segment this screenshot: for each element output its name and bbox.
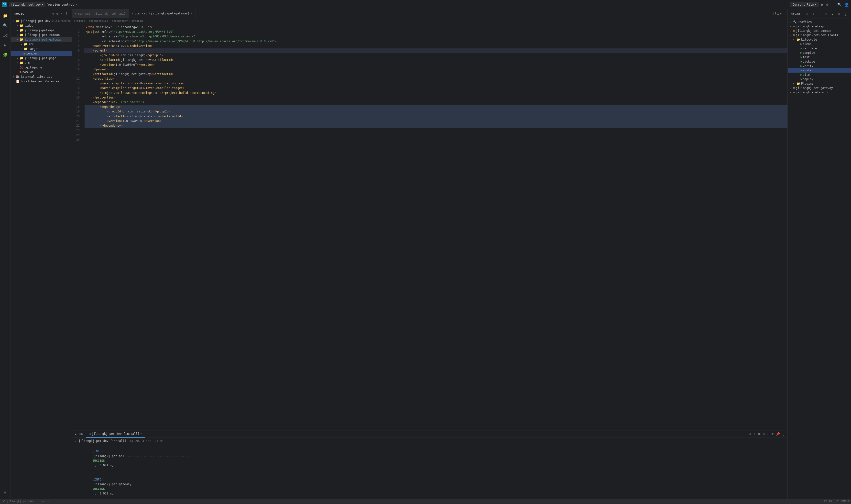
tab-install[interactable]: m jiliangkj-pet-dev [install] × <box>86 430 145 438</box>
maven-item-gateway-m[interactable]: ▶ m jiliangkj-pet-gateway <box>788 86 851 90</box>
run-tab-icon: ▶ <box>75 432 76 436</box>
pojo-label: jiliangkj-pet-pojo <box>24 56 56 60</box>
profiles-icon: 🔧 <box>793 20 797 24</box>
tab-run[interactable]: ▶ Run <box>72 430 86 438</box>
maven-item-pojo-m[interactable]: ▶ m jiliangkj-pet-pojo <box>788 90 851 95</box>
version-control-arrow: ▾ <box>76 3 77 6</box>
pin-icon[interactable]: 📌 <box>776 432 780 436</box>
version-control-label[interactable]: Version control <box>48 3 74 6</box>
app-icon: JD <box>2 2 7 7</box>
breadcrumb-project[interactable]: project <box>74 19 85 22</box>
current-file-button[interactable]: Current File ▾ <box>790 2 819 7</box>
run-icon[interactable]: ▶ <box>821 2 824 7</box>
stop-icon[interactable]: ⏹ <box>757 432 762 436</box>
install-tab-close-icon[interactable]: × <box>140 432 142 435</box>
more-icon[interactable]: ⋮ <box>831 2 835 7</box>
maven-refresh-icon[interactable]: ↺ <box>804 11 810 17</box>
site-label: site <box>802 73 810 76</box>
site-icon: ⚙ <box>800 73 802 76</box>
search-activity-icon[interactable]: 🔍 <box>1 21 10 30</box>
maven-more-icon[interactable]: ⋮ <box>843 11 848 17</box>
maven-item-api[interactable]: ▶ m jiliangkj-pet-api <box>788 24 851 29</box>
rerun-icon[interactable]: ↺ <box>748 432 752 436</box>
status-file: pom.xml <box>40 500 51 503</box>
collapse-icon[interactable]: × <box>60 11 63 16</box>
profile-icon[interactable]: 👤 <box>845 2 849 7</box>
sidebar-item-target[interactable]: ▶ 📁 target <box>11 47 72 51</box>
plugins-icon[interactable]: 🧩 <box>1 50 10 59</box>
sidebar-item-pom-gateway[interactable]: m pom.xml <box>11 51 72 56</box>
maven-item-package[interactable]: ⚙ package <box>788 59 851 64</box>
sidebar-item-scratches[interactable]: 📋 Scratches and Consoles <box>11 79 72 84</box>
sidebar-item-gitignore[interactable]: 🚫 .gitignore <box>11 65 72 70</box>
file-tree: ▾ 📂 jiliangkj-pet-dev E:\sourceTree ▶ 📁 … <box>11 18 72 499</box>
sidebar-item-pom-root[interactable]: m pom.xml <box>11 70 72 74</box>
expand-all-icon[interactable]: ⊕ <box>56 11 59 16</box>
status-encoding[interactable]: UTF-8 <box>841 500 849 503</box>
api-arrow: ▶ <box>16 29 20 32</box>
sidebar-item-pojo[interactable]: ▶ 📁 jiliangkj-pet-pojo <box>11 56 72 60</box>
gateway-arrow: ▾ <box>16 38 20 41</box>
maven-item-dev[interactable]: ▾ m jiliangkj-pet-dev (root) <box>788 33 851 37</box>
scroll-to-end-icon[interactable]: ↓ <box>766 432 769 436</box>
project-name-tag[interactable]: jiliangkj-pet-dev ▾ <box>9 2 46 7</box>
maven-item-test[interactable]: ⚙ test <box>788 55 851 59</box>
maven-item-deploy[interactable]: ⚙ deploy <box>788 77 851 82</box>
status-time: 22:49 <box>824 500 832 503</box>
maven-item-install[interactable]: ⚙ install ➤ <box>788 68 851 73</box>
files-icon[interactable]: 📁 <box>1 11 10 20</box>
tab-gateway-close-icon[interactable]: × <box>191 12 193 15</box>
sidebar-item-src[interactable]: ▶ 📁 src <box>11 60 72 65</box>
sidebar-item-gateway[interactable]: ▾ 📂 jiliangkj-pet-gateway <box>11 37 72 42</box>
status-project[interactable]: ⎇ jiliangkj-pet-dev <box>2 500 34 503</box>
breadcrumb-dependency[interactable]: dependency <box>112 19 128 22</box>
module-common-icon: 📁 <box>20 33 23 37</box>
maven-item-clean[interactable]: ⚙ clean <box>788 42 851 46</box>
maven-settings-icon[interactable]: ⚙ <box>836 11 842 17</box>
git-icon[interactable]: ⎇ <box>1 31 10 40</box>
tree-root[interactable]: ▾ 📂 jiliangkj-pet-dev E:\sourceTree <box>11 19 72 23</box>
gitignore-label: .gitignore <box>24 66 42 69</box>
eye-icon[interactable]: 👁 <box>770 432 775 436</box>
breadcrumb-groupid[interactable]: groupId <box>131 19 143 22</box>
sidebar-item-ext-libs[interactable]: ▶ 📚 External Libraries <box>11 74 72 79</box>
maven-item-lifecycle[interactable]: ▾ 📂 Lifecycle <box>788 37 851 42</box>
maven-item-validate[interactable]: ⚙ validate <box>788 46 851 51</box>
code-line-23: <artifactId>jiliangkj-pet-pojo</artifact… <box>85 114 787 119</box>
pojo-arrow: ▶ <box>16 57 20 59</box>
close-panel-icon[interactable]: ⊟ <box>762 432 765 436</box>
tab-more-icon[interactable]: ⋮ <box>782 12 785 15</box>
sidebar-item-api[interactable]: ▶ 📁 jiliangkj-pet-api <box>11 28 72 33</box>
maven-item-common[interactable]: ▶ m jiliangkj-pet-common <box>788 29 851 33</box>
maven-item-site[interactable]: ⚙ site <box>788 73 851 77</box>
scroll-up-icon[interactable]: ▲ <box>777 12 779 15</box>
maven-item-plugins[interactable]: ▶ 📁 Plugins <box>788 82 851 86</box>
settings-icon[interactable]: ⚙ <box>826 2 829 7</box>
project-panel-title: Project <box>14 12 26 15</box>
breadcrumb-dependencies[interactable]: dependencies <box>89 19 108 22</box>
panel-more-icon[interactable]: ⋮ <box>781 432 785 436</box>
sidebar-item-common[interactable]: ▶ 📁 jiliangkj-pet-common <box>11 33 72 37</box>
maven-download-icon[interactable]: ↓ <box>817 11 823 17</box>
status-line-ending[interactable]: LF <box>835 500 838 503</box>
editor-main[interactable]: 12345 678910 1112131415 1617181920 21222… <box>72 24 787 430</box>
maven-item-verify[interactable]: ⚙ verify <box>788 64 851 68</box>
tab-pom-gateway[interactable]: m pom.xml (jiliangkj-pet-gateway) × <box>129 9 196 18</box>
new-folder-icon[interactable]: + <box>52 11 55 16</box>
dev-maven-arrow: ▾ <box>790 34 793 36</box>
maven-item-profiles[interactable]: ▶ 🔧 Profiles <box>788 20 851 24</box>
maven-item-compile[interactable]: ⚙ compile <box>788 51 851 55</box>
search-icon[interactable]: 🔍 <box>837 2 842 7</box>
sidebar-item-src-gateway[interactable]: ▶ 📁 src <box>11 42 72 47</box>
run-activity-icon[interactable]: ▶ <box>1 40 10 49</box>
maven-run-icon[interactable]: ▶ <box>830 11 835 17</box>
code-line-2: <project xmlns="http://maven.apache.org/… <box>85 30 787 34</box>
maven-plus-icon[interactable]: ⊕ <box>823 11 829 17</box>
sidebar-item-idea[interactable]: ▶ 📁 .idea <box>11 23 72 28</box>
tab-pom-api[interactable]: m pom.xml (jiliangkj-pet-api) <box>72 9 129 18</box>
scroll-down-icon[interactable]: ▼ <box>780 12 782 15</box>
structure-icon[interactable]: ≡ <box>1 488 10 497</box>
maven-add-icon[interactable]: + <box>811 11 816 17</box>
more-sidebar-icon[interactable]: ⋮ <box>64 11 69 16</box>
pause-icon[interactable]: ⏸ <box>752 432 756 436</box>
